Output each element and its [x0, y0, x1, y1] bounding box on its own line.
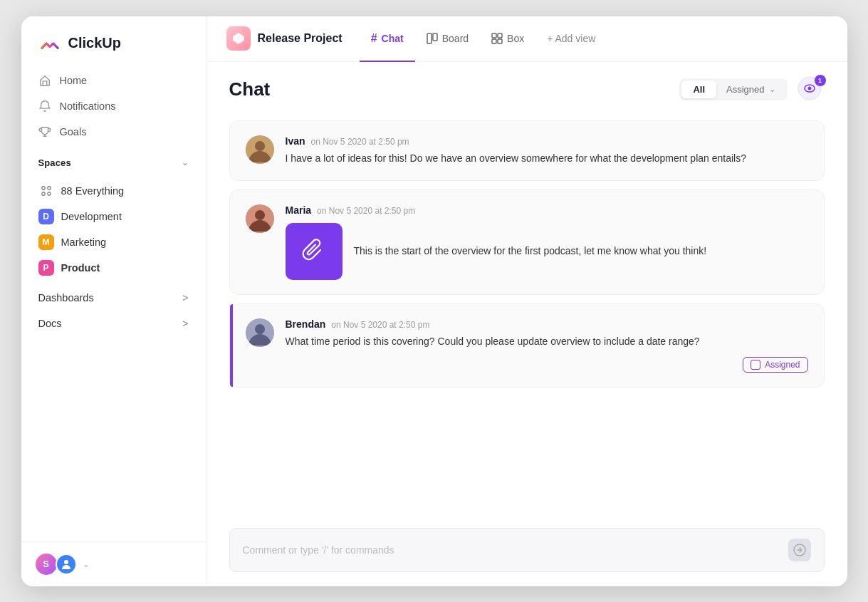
ivan-author: Ivan — [286, 135, 305, 147]
assigned-chevron-icon: ⌄ — [769, 85, 775, 94]
svg-rect-12 — [498, 39, 502, 43]
marketing-label: Marketing — [61, 237, 107, 248]
sidebar-item-notifications[interactable]: Notifications — [30, 93, 197, 119]
topbar: Release Project # Chat Board B — [206, 16, 847, 62]
send-icon — [793, 544, 806, 556]
product-label: Product — [61, 262, 100, 274]
tab-chat[interactable]: # Chat — [360, 16, 415, 62]
product-badge: P — [38, 260, 54, 276]
ivan-text: I have a lot of ideas for this! Do we ha… — [286, 151, 808, 167]
add-view-button[interactable]: + Add view — [535, 16, 607, 62]
add-view-label: + Add view — [547, 33, 595, 44]
chat-title: Chat — [229, 78, 271, 100]
clickup-logo-icon — [38, 32, 61, 55]
app-container: ClickUp Home Notifications — [21, 16, 847, 586]
svg-rect-11 — [492, 39, 496, 43]
sidebar: ClickUp Home Notifications — [21, 16, 206, 586]
tab-box[interactable]: Box — [480, 16, 535, 62]
board-tab-label: Board — [442, 33, 469, 44]
brendan-text: What time period is this covering? Could… — [286, 334, 808, 350]
messages-list: Ivan on Nov 5 2020 at 2:50 pm I have a l… — [206, 112, 847, 518]
svg-point-0 — [41, 186, 44, 189]
svg-rect-7 — [427, 33, 432, 43]
space-list: 88 Everything D Development M Marketing … — [21, 174, 206, 285]
space-item-everything[interactable]: 88 Everything — [30, 178, 197, 204]
brendan-meta: Brendan on Nov 5 2020 at 2:50 pm — [286, 318, 808, 330]
development-badge: D — [38, 209, 54, 224]
ivan-avatar — [246, 135, 274, 164]
dashboards-expandable[interactable]: Dashboards > — [21, 285, 206, 311]
brendan-avatar-img — [246, 318, 274, 347]
dashboards-label: Dashboards — [38, 292, 94, 303]
tab-board[interactable]: Board — [415, 16, 480, 62]
main-content: Release Project # Chat Board B — [206, 16, 847, 586]
docs-chevron-icon: > — [182, 318, 188, 329]
dashboards-chevron-icon: > — [182, 292, 188, 303]
svg-point-2 — [41, 192, 44, 194]
filter-assigned-button[interactable]: Assigned ⌄ — [716, 81, 785, 98]
project-icon — [226, 26, 251, 51]
spaces-section: Spaces ⌄ — [21, 145, 206, 174]
sidebar-item-home[interactable]: Home — [30, 68, 197, 93]
sidebar-bottom: S ⌄ — [21, 541, 206, 586]
maria-time: on Nov 5 2020 at 2:50 pm — [317, 206, 415, 216]
sidebar-nav: Home Notifications Goals — [21, 68, 206, 145]
assigned-checkbox[interactable] — [751, 360, 760, 370]
avatar-user2[interactable] — [56, 554, 77, 575]
docs-label: Docs — [38, 318, 62, 329]
svg-point-19 — [255, 210, 265, 220]
chat-header: Chat All Assigned ⌄ — [206, 62, 847, 112]
home-icon — [38, 74, 51, 87]
sidebar-item-goals[interactable]: Goals — [30, 119, 197, 145]
board-icon — [427, 33, 438, 44]
logo-area[interactable]: ClickUp — [21, 16, 206, 68]
bell-icon — [38, 100, 51, 113]
project-title: Release Project — [258, 32, 343, 45]
send-button[interactable] — [788, 539, 811, 561]
assigned-tag-wrap: Assigned — [286, 357, 808, 373]
message-card: Brendan on Nov 5 2020 at 2:50 pm What ti… — [229, 303, 825, 388]
filter-assigned-label: Assigned — [726, 84, 764, 95]
svg-point-21 — [255, 324, 265, 334]
brendan-author: Brendan — [286, 318, 326, 330]
svg-rect-9 — [492, 33, 496, 38]
spaces-chevron-icon: ⌄ — [182, 157, 189, 167]
assigned-label: Assigned — [765, 360, 800, 370]
svg-point-4 — [64, 560, 68, 564]
space-item-product[interactable]: P Product — [30, 255, 197, 281]
docs-expandable[interactable]: Docs > — [21, 311, 206, 336]
everything-icon — [38, 183, 54, 199]
svg-point-15 — [807, 86, 811, 90]
spaces-header[interactable]: Spaces ⌄ — [38, 157, 189, 168]
attachment-thumb[interactable] — [286, 223, 343, 280]
notifications-label: Notifications — [60, 100, 116, 112]
chat-tab-hash: # — [371, 32, 377, 45]
chat-filters: All Assigned ⌄ — [679, 78, 787, 100]
filter-all-button[interactable]: All — [681, 81, 716, 98]
comment-placeholder: Comment or type '/' for commands — [243, 544, 788, 556]
maria-meta: Maria on Nov 5 2020 at 2:50 pm — [286, 204, 808, 216]
space-item-development[interactable]: D Development — [30, 204, 197, 229]
watch-count-badge: 1 — [815, 75, 826, 86]
attachment-text: This is the start of the overview for th… — [354, 244, 707, 259]
comment-bar: Comment or type '/' for commands — [206, 518, 847, 586]
user-menu-chevron[interactable]: ⌄ — [83, 559, 90, 569]
svg-rect-8 — [433, 33, 437, 41]
avatar-user1[interactable]: S — [36, 554, 57, 575]
box-tab-label: Box — [507, 33, 524, 44]
ivan-message-body: Ivan on Nov 5 2020 at 2:50 pm I have a l… — [286, 135, 808, 167]
logo-text: ClickUp — [68, 35, 121, 51]
attachment-preview: This is the start of the overview for th… — [286, 223, 808, 280]
svg-point-1 — [47, 186, 50, 189]
space-item-marketing[interactable]: M Marketing — [30, 229, 197, 255]
chat-tab-label: Chat — [382, 33, 404, 44]
box-icon — [491, 33, 503, 44]
paperclip-icon — [301, 239, 327, 264]
comment-input-wrap[interactable]: Comment or type '/' for commands — [229, 528, 825, 572]
home-label: Home — [60, 75, 88, 86]
maria-message-body: Maria on Nov 5 2020 at 2:50 pm This is t… — [286, 204, 808, 280]
ivan-time: on Nov 5 2020 at 2:50 pm — [311, 137, 409, 147]
watch-button[interactable]: 1 — [798, 76, 825, 103]
everything-count-label: 88 Everything — [61, 185, 125, 197]
assigned-tag[interactable]: Assigned — [743, 357, 807, 373]
